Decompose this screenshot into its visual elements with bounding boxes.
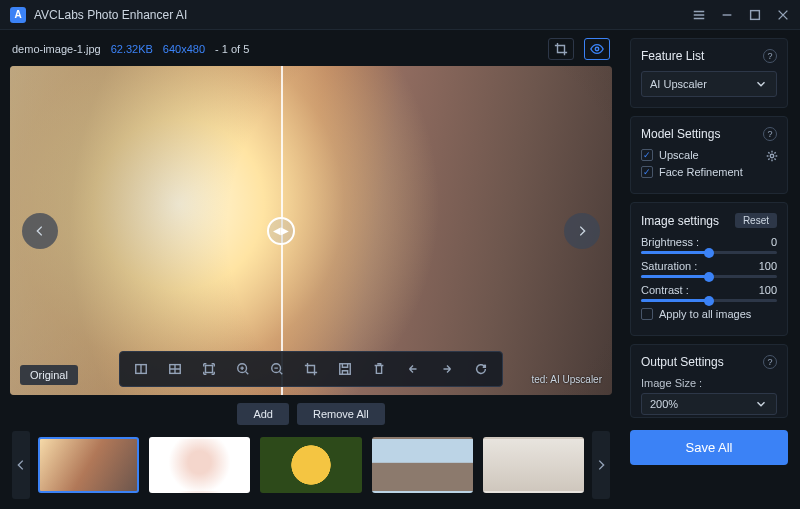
- titlebar: A AVCLabs Photo Enhancer AI: [0, 0, 800, 30]
- add-button[interactable]: Add: [237, 403, 289, 425]
- feature-panel: Feature List ? AI Upscaler: [630, 38, 788, 108]
- close-button[interactable]: [776, 8, 790, 22]
- output-panel: Output Settings ? Image Size : 200%: [630, 344, 788, 418]
- crop-icon[interactable]: [300, 358, 322, 380]
- thumbnail-strip: [10, 431, 612, 505]
- upscale-checkbox[interactable]: ✓ Upscale: [641, 149, 777, 161]
- output-title: Output Settings: [641, 355, 724, 369]
- model-title: Model Settings: [641, 127, 720, 141]
- thumbnail[interactable]: [260, 437, 361, 493]
- svg-rect-4: [206, 366, 213, 373]
- preview-toolbar: [119, 351, 503, 387]
- reset-button[interactable]: Reset: [735, 213, 777, 228]
- feature-select[interactable]: AI Upscaler: [641, 71, 777, 97]
- compare-grid-icon[interactable]: [164, 358, 186, 380]
- thumbnail[interactable]: [483, 437, 584, 493]
- output-size-select[interactable]: 200%: [641, 393, 777, 415]
- file-index: - 1 of 5: [215, 43, 249, 55]
- redo-icon[interactable]: [436, 358, 458, 380]
- saturation-value: 100: [759, 260, 777, 272]
- original-tag: Original: [20, 365, 78, 385]
- help-icon[interactable]: ?: [763, 49, 777, 63]
- preview-toggle-button[interactable]: [584, 38, 610, 60]
- svg-rect-7: [340, 364, 351, 375]
- saturation-label: Saturation :: [641, 260, 697, 272]
- compare-side-icon[interactable]: [130, 358, 152, 380]
- maximize-button[interactable]: [748, 8, 762, 22]
- thumbnail[interactable]: [372, 437, 473, 493]
- refresh-icon[interactable]: [470, 358, 492, 380]
- fit-icon[interactable]: [198, 358, 220, 380]
- contrast-value: 100: [759, 284, 777, 296]
- menu-icon[interactable]: [692, 8, 706, 22]
- save-icon[interactable]: [334, 358, 356, 380]
- app-title: AVCLabs Photo Enhancer AI: [34, 8, 692, 22]
- prev-image-button[interactable]: [22, 213, 58, 249]
- zoom-out-icon[interactable]: [266, 358, 288, 380]
- model-panel: Model Settings ? ✓ Upscale ✓ Face Refine…: [630, 116, 788, 194]
- brightness-slider[interactable]: [641, 251, 777, 254]
- next-image-button[interactable]: [564, 213, 600, 249]
- saturation-slider[interactable]: [641, 275, 777, 278]
- undo-icon[interactable]: [402, 358, 424, 380]
- file-info-bar: demo-image-1.jpg 62.32KB 640x480 - 1 of …: [10, 38, 612, 66]
- minimize-button[interactable]: [720, 8, 734, 22]
- thumbnail[interactable]: [149, 437, 250, 493]
- thumb-prev-button[interactable]: [12, 431, 30, 499]
- save-all-button[interactable]: Save All: [630, 430, 788, 465]
- preview-image: [10, 66, 612, 395]
- brightness-label: Brightness :: [641, 236, 699, 248]
- contrast-label: Contrast :: [641, 284, 689, 296]
- method-tag: ted: AI Upscaler: [531, 374, 602, 385]
- face-checkbox[interactable]: ✓ Face Refinement: [641, 166, 777, 178]
- brightness-value: 0: [771, 236, 777, 248]
- file-size: 62.32KB: [111, 43, 153, 55]
- delete-icon[interactable]: [368, 358, 390, 380]
- output-size-label: Image Size :: [641, 377, 777, 389]
- output-size-value: 200%: [650, 398, 678, 410]
- svg-point-8: [770, 154, 774, 158]
- svg-point-1: [595, 47, 599, 51]
- contrast-slider[interactable]: [641, 299, 777, 302]
- help-icon[interactable]: ?: [763, 355, 777, 369]
- help-icon[interactable]: ?: [763, 127, 777, 141]
- svg-rect-0: [751, 10, 760, 19]
- zoom-in-icon[interactable]: [232, 358, 254, 380]
- feature-selected: AI Upscaler: [650, 78, 707, 90]
- thumbnail[interactable]: [38, 437, 139, 493]
- image-settings-title: Image settings: [641, 214, 719, 228]
- crop-toggle-button[interactable]: [548, 38, 574, 60]
- gear-icon[interactable]: [765, 149, 777, 161]
- thumb-next-button[interactable]: [592, 431, 610, 499]
- file-name: demo-image-1.jpg: [12, 43, 101, 55]
- apply-all-checkbox[interactable]: Apply to all images: [641, 308, 777, 320]
- remove-all-button[interactable]: Remove All: [297, 403, 385, 425]
- preview-area: ◀▶ Original ted: AI Upscaler: [10, 66, 612, 395]
- file-dimensions: 640x480: [163, 43, 205, 55]
- image-settings-panel: Image settings Reset Brightness :0 Satur…: [630, 202, 788, 336]
- app-logo-icon: A: [10, 7, 26, 23]
- compare-handle[interactable]: ◀▶: [267, 217, 295, 245]
- feature-title: Feature List: [641, 49, 704, 63]
